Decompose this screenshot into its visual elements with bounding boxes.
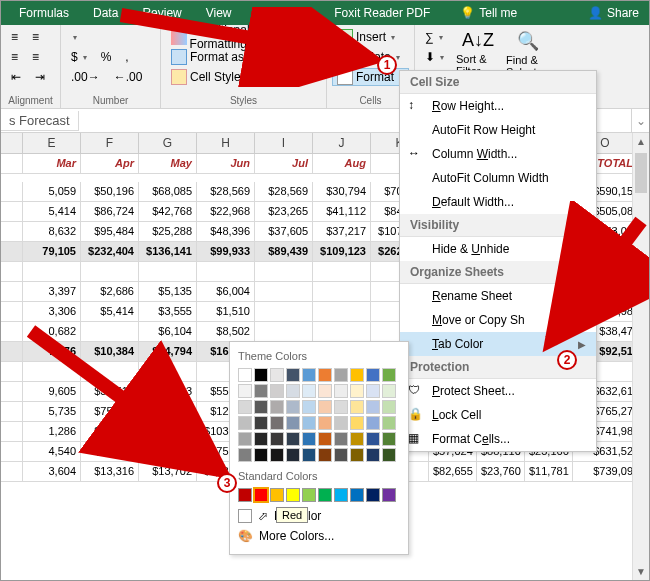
data-cell[interactable] (81, 262, 139, 282)
color-swatch[interactable] (350, 488, 364, 502)
color-swatch[interactable] (318, 400, 332, 414)
color-swatch[interactable] (382, 416, 396, 430)
scroll-down[interactable]: ▼ (633, 563, 649, 580)
color-swatch[interactable] (254, 384, 268, 398)
data-cell[interactable] (313, 302, 371, 322)
data-cell[interactable] (255, 322, 313, 342)
indent-inc[interactable]: ⇥ (30, 68, 50, 86)
color-swatch[interactable] (382, 400, 396, 414)
color-swatch[interactable] (254, 400, 268, 414)
color-swatch[interactable] (286, 368, 300, 382)
color-swatch[interactable] (318, 448, 332, 462)
color-swatch[interactable] (350, 400, 364, 414)
data-cell[interactable]: $95,484 (81, 222, 139, 242)
color-swatch[interactable] (318, 488, 332, 502)
data-cell[interactable]: $86,724 (81, 202, 139, 222)
data-cell[interactable]: $136,141 (139, 242, 197, 262)
align-top[interactable]: ≡ (6, 28, 23, 46)
color-swatch[interactable] (302, 400, 316, 414)
data-cell[interactable] (23, 262, 81, 282)
color-swatch[interactable] (382, 368, 396, 382)
col-header[interactable]: J (313, 133, 371, 153)
formula-text[interactable]: s Forecast (1, 111, 79, 131)
color-swatch[interactable] (350, 416, 364, 430)
data-cell[interactable]: $37,605 (255, 222, 313, 242)
data-cell[interactable]: 3,397 (23, 282, 81, 302)
data-cell[interactable] (255, 262, 313, 282)
formula-expand[interactable]: ⌄ (631, 109, 649, 133)
color-swatch[interactable] (254, 368, 268, 382)
color-swatch[interactable] (350, 368, 364, 382)
color-swatch[interactable] (318, 432, 332, 446)
color-swatch[interactable] (254, 416, 268, 430)
autosum[interactable]: ∑ (420, 28, 450, 46)
menu-autofit-col[interactable]: AutoFit Column Width (400, 166, 596, 190)
color-swatch[interactable] (302, 416, 316, 430)
data-cell[interactable] (313, 282, 371, 302)
color-swatch[interactable] (286, 448, 300, 462)
data-cell[interactable]: $3,555 (139, 302, 197, 322)
data-cell[interactable] (197, 262, 255, 282)
data-cell[interactable]: $6,004 (197, 282, 255, 302)
color-swatch[interactable] (302, 368, 316, 382)
color-swatch[interactable] (334, 416, 348, 430)
menu-autofit-row[interactable]: AutoFit Row Height (400, 118, 596, 142)
color-swatch[interactable] (302, 488, 316, 502)
data-cell[interactable] (139, 262, 197, 282)
color-swatch[interactable] (302, 448, 316, 462)
data-cell[interactable]: $82,655 (429, 462, 477, 482)
data-cell[interactable]: $28,569 (255, 182, 313, 202)
color-swatch[interactable] (366, 368, 380, 382)
data-cell[interactable] (255, 302, 313, 322)
color-swatch[interactable] (382, 488, 396, 502)
data-cell[interactable] (313, 262, 371, 282)
color-swatch[interactable] (366, 400, 380, 414)
color-swatch[interactable] (334, 432, 348, 446)
data-cell[interactable]: $5,414 (81, 302, 139, 322)
data-cell[interactable]: 79,105 (23, 242, 81, 262)
menu-protect-sheet[interactable]: 🛡Protect Sheet... (400, 379, 596, 403)
color-swatch[interactable] (270, 448, 284, 462)
data-cell[interactable]: $89,439 (255, 242, 313, 262)
color-swatch[interactable] (350, 432, 364, 446)
data-cell[interactable]: $42,768 (139, 202, 197, 222)
col-header[interactable]: I (255, 133, 313, 153)
color-swatch[interactable] (382, 384, 396, 398)
data-cell[interactable]: $11,781 (525, 462, 573, 482)
data-cell[interactable]: $22,968 (197, 202, 255, 222)
color-swatch[interactable] (254, 488, 268, 502)
tab-formulas[interactable]: Formulas (7, 1, 81, 25)
align-center[interactable]: ≡ (27, 48, 44, 66)
color-swatch[interactable] (318, 416, 332, 430)
color-swatch[interactable] (334, 488, 348, 502)
data-cell[interactable]: $25,288 (139, 222, 197, 242)
col-header[interactable]: F (81, 133, 139, 153)
color-swatch[interactable] (350, 448, 364, 462)
data-cell[interactable]: $232,404 (81, 242, 139, 262)
data-cell[interactable]: $68,085 (139, 182, 197, 202)
dec-inc[interactable]: .00→ (66, 68, 105, 86)
data-cell[interactable]: $28,569 (197, 182, 255, 202)
col-header[interactable]: E (23, 133, 81, 153)
data-cell[interactable]: $23,760 (477, 462, 525, 482)
data-cell[interactable]: $23,265 (255, 202, 313, 222)
color-swatch[interactable] (318, 368, 332, 382)
data-cell[interactable]: 3,306 (23, 302, 81, 322)
menu-format-cells[interactable]: ▦Format Cells... (400, 427, 596, 451)
color-swatch[interactable] (334, 368, 348, 382)
data-cell[interactable]: $5,135 (139, 282, 197, 302)
currency[interactable]: $ (66, 48, 92, 66)
color-swatch[interactable] (270, 384, 284, 398)
color-swatch[interactable] (302, 432, 316, 446)
data-cell[interactable]: $48,396 (197, 222, 255, 242)
color-swatch[interactable] (270, 488, 284, 502)
color-swatch[interactable] (270, 416, 284, 430)
data-cell[interactable]: $41,112 (313, 202, 371, 222)
data-cell[interactable]: $739,09 (573, 462, 638, 482)
color-swatch[interactable] (382, 432, 396, 446)
color-swatch[interactable] (254, 432, 268, 446)
data-cell[interactable]: $30,794 (313, 182, 371, 202)
data-cell[interactable]: 5,414 (23, 202, 81, 222)
col-header[interactable]: G (139, 133, 197, 153)
color-swatch[interactable] (318, 384, 332, 398)
